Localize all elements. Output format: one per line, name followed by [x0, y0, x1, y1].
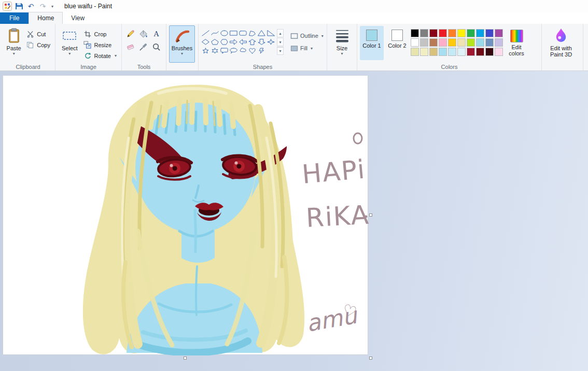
- palette-swatch-13[interactable]: [439, 38, 447, 47]
- shape-rectangle-icon[interactable]: [229, 29, 238, 37]
- palette-swatch-26[interactable]: [467, 48, 475, 56]
- copy-button[interactable]: Copy: [24, 40, 52, 50]
- shape-cloud-callout-icon[interactable]: [239, 47, 247, 55]
- redo-icon[interactable]: ↷: [37, 1, 49, 11]
- palette-swatch-19[interactable]: [495, 38, 503, 47]
- shape-four-point-star-icon[interactable]: [267, 38, 275, 46]
- shape-polygon-icon[interactable]: [248, 29, 257, 37]
- shape-oval-callout-icon[interactable]: [229, 47, 238, 55]
- palette-swatch-18[interactable]: [485, 38, 494, 47]
- magnifier-tool-icon[interactable]: [150, 41, 162, 53]
- color-picker-tool-icon[interactable]: [137, 41, 149, 53]
- edit-with-paint3d-button[interactable]: Edit with Paint 3D: [544, 25, 578, 63]
- palette-swatch-12[interactable]: [429, 38, 438, 47]
- palette-swatch-22[interactable]: [429, 48, 438, 56]
- color1-swatch: [366, 30, 377, 41]
- shape-down-arrow-icon[interactable]: [257, 38, 266, 46]
- pencil-tool-icon[interactable]: [124, 28, 136, 40]
- shape-right-triangle-icon[interactable]: [267, 29, 275, 37]
- palette-swatch-1[interactable]: [420, 29, 428, 37]
- shape-oval-icon[interactable]: [220, 29, 229, 37]
- undo-icon[interactable]: ↶: [25, 1, 37, 11]
- shape-rounded-rectangle-icon[interactable]: [239, 29, 247, 37]
- shapes-scroll-down-button[interactable]: ▾: [277, 38, 284, 46]
- shape-lightning-icon[interactable]: [257, 47, 266, 55]
- tab-home[interactable]: Home: [29, 12, 63, 24]
- brushes-button[interactable]: Brushes ▾: [169, 25, 195, 63]
- cut-button[interactable]: Cut: [24, 29, 52, 39]
- palette-swatch-3[interactable]: [439, 29, 447, 37]
- group-shapes: ▴ ▾ ▾ Outline ▾ Fill ▾ Shapes: [199, 24, 327, 70]
- rotate-button[interactable]: Rotate ▾: [81, 51, 119, 61]
- shape-left-arrow-icon[interactable]: [239, 38, 247, 46]
- color2-button[interactable]: Color 2: [385, 26, 409, 60]
- edit-colors-button[interactable]: Edit colors: [505, 26, 528, 60]
- shapes-scroll-up-button[interactable]: ▴: [277, 29, 284, 37]
- palette-swatch-5[interactable]: [457, 29, 466, 37]
- palette-swatch-29[interactable]: [495, 48, 503, 56]
- palette-swatch-0[interactable]: [411, 29, 419, 37]
- shape-triangle-icon[interactable]: [257, 29, 266, 37]
- shape-curve-icon[interactable]: [211, 29, 219, 37]
- crop-button[interactable]: Crop: [81, 29, 119, 39]
- drawing-canvas[interactable]: HAPi RiKA amu ♡: [3, 75, 368, 355]
- text-tool-icon[interactable]: A: [150, 28, 162, 40]
- canvas-resize-handle-bottom[interactable]: [184, 356, 187, 360]
- shape-outline-caret-icon: ▾: [321, 34, 324, 38]
- shapes-gallery-more-button[interactable]: ▾: [277, 47, 284, 55]
- shape-diamond-icon[interactable]: [201, 38, 210, 46]
- palette-swatch-25[interactable]: [457, 48, 466, 56]
- palette-swatch-28[interactable]: [485, 48, 494, 56]
- palette-swatch-11[interactable]: [420, 38, 428, 47]
- shape-fill-button[interactable]: Fill ▾: [288, 43, 325, 53]
- paste-caret-icon: ▾: [13, 52, 15, 56]
- rotate-label: Rotate: [94, 53, 111, 59]
- shapes-scrollbar: ▴ ▾ ▾: [277, 29, 284, 55]
- palette-swatch-6[interactable]: [467, 29, 475, 37]
- size-button[interactable]: Size ▾: [330, 25, 354, 63]
- canvas-text-line2: RiKA: [305, 200, 369, 233]
- shape-heart-icon[interactable]: [248, 47, 257, 55]
- brushes-caret-icon: ▾: [181, 52, 183, 56]
- palette-swatch-15[interactable]: [457, 38, 466, 47]
- palette-swatch-16[interactable]: [467, 38, 475, 47]
- shape-pentagon-icon[interactable]: [211, 38, 219, 46]
- shape-five-point-star-icon[interactable]: [201, 47, 210, 55]
- paste-button[interactable]: Paste ▾: [4, 25, 24, 63]
- palette-swatch-23[interactable]: [439, 48, 447, 56]
- canvas-resize-handle-right[interactable]: [369, 213, 372, 217]
- tab-file[interactable]: File: [0, 12, 29, 24]
- shape-outline-button[interactable]: Outline ▾: [288, 31, 325, 41]
- resize-icon: [83, 41, 92, 49]
- palette-swatch-17[interactable]: [476, 38, 484, 47]
- palette-swatch-24[interactable]: [448, 48, 456, 56]
- canvas-resize-handle-corner[interactable]: [369, 356, 372, 360]
- palette-swatch-7[interactable]: [476, 29, 484, 37]
- brushes-icon: [174, 27, 190, 45]
- select-button[interactable]: Select ▾: [58, 25, 81, 63]
- palette-swatch-9[interactable]: [495, 29, 503, 37]
- shape-up-arrow-icon[interactable]: [248, 38, 257, 46]
- color1-button[interactable]: Color 1: [360, 26, 384, 60]
- color2-swatch: [391, 30, 403, 41]
- shape-hexagon-icon[interactable]: [220, 38, 229, 46]
- save-icon[interactable]: [13, 1, 25, 11]
- palette-swatch-4[interactable]: [448, 29, 456, 37]
- shape-right-arrow-icon[interactable]: [229, 38, 238, 46]
- palette-swatch-27[interactable]: [476, 48, 484, 56]
- palette-swatch-8[interactable]: [485, 29, 494, 37]
- palette-swatch-14[interactable]: [448, 38, 456, 47]
- fill-tool-icon[interactable]: [137, 28, 149, 40]
- resize-button[interactable]: Resize: [81, 40, 119, 50]
- tab-view[interactable]: View: [63, 12, 93, 24]
- palette-swatch-20[interactable]: [411, 48, 419, 56]
- resize-label: Resize: [94, 42, 112, 48]
- eraser-tool-icon[interactable]: [124, 41, 136, 53]
- palette-swatch-21[interactable]: [420, 48, 428, 56]
- shape-six-point-star-icon[interactable]: [211, 47, 219, 55]
- shape-rounded-callout-icon[interactable]: [220, 47, 229, 55]
- palette-swatch-10[interactable]: [411, 38, 419, 47]
- palette-swatch-2[interactable]: [429, 29, 438, 37]
- shape-line-icon[interactable]: [201, 29, 210, 37]
- qat-dropdown-icon[interactable]: ▾: [49, 1, 56, 11]
